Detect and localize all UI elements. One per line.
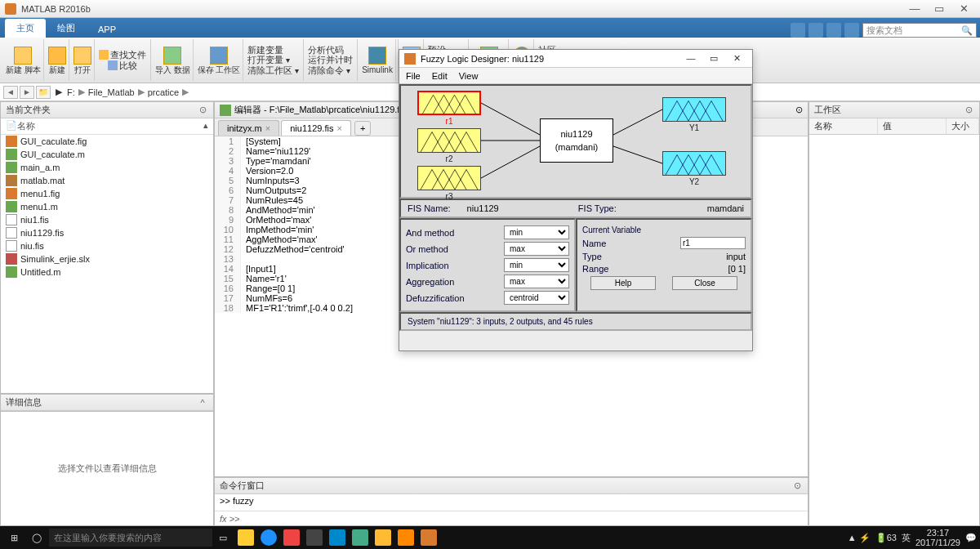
editor-icon — [220, 105, 231, 116]
app-icon[interactable] — [375, 529, 391, 546]
edge-icon[interactable] — [261, 529, 277, 546]
qat-icon[interactable] — [791, 23, 805, 38]
help-button[interactable]: Help — [590, 276, 656, 290]
editor-tab[interactable]: niu1129.fis× — [281, 120, 351, 136]
svg-line-2 — [481, 146, 540, 178]
fuzzy-menubar: File Edit View — [399, 68, 752, 84]
file-row[interactable]: niu1.fis — [1, 213, 213, 226]
app-icon[interactable] — [398, 529, 414, 546]
close-button[interactable]: ✕ — [726, 53, 747, 64]
battery-status[interactable]: 🔋63 — [875, 533, 897, 543]
svg-line-0 — [481, 103, 540, 135]
btn-open[interactable]: 打开 — [71, 39, 95, 81]
qat-icon[interactable] — [808, 23, 823, 38]
app-icon[interactable] — [352, 529, 368, 546]
close-icon[interactable]: × — [265, 123, 270, 133]
btn-save-ws[interactable]: 保存 工作区 — [195, 39, 244, 81]
doc-search-input[interactable]: 搜索文档🔍 — [862, 23, 977, 38]
fis-info-bar: FIS Name:niu1129 FIS Type:mamdani — [399, 199, 752, 218]
qat-icon[interactable] — [844, 23, 859, 38]
nav-up-icon[interactable]: 📁 — [36, 86, 51, 99]
task-view-icon[interactable]: ▭ — [212, 529, 234, 547]
close-button[interactable]: ✕ — [952, 2, 975, 16]
app-icon[interactable] — [306, 529, 323, 546]
file-row[interactable]: matlab.mat — [1, 174, 213, 187]
fis-system-block[interactable]: niu1129 (mamdani) — [540, 118, 613, 163]
app-icon[interactable] — [283, 529, 300, 546]
clock-time[interactable]: 23:17 — [915, 528, 960, 538]
details-placeholder: 选择文件以查看详细信息 — [1, 411, 213, 525]
breadcrumb[interactable]: ▶ F:▶ File_Matlab▶ prcatice▶ — [54, 86, 189, 98]
file-row[interactable]: Simulink_erjie.slx — [1, 252, 213, 266]
file-row[interactable]: Untitled.m — [1, 266, 213, 279]
file-row[interactable]: niu1129.fis — [1, 226, 213, 239]
btn-new-script[interactable]: 新建 脚本 — [3, 39, 44, 81]
fuzzy-titlebar[interactable]: Fuzzy Logic Designer: niu1129 — ▭ ✕ — [399, 50, 752, 68]
aggregation-select[interactable]: max — [504, 274, 569, 288]
close-button[interactable]: Close — [672, 276, 737, 290]
nav-fwd-icon[interactable]: ► — [20, 86, 34, 99]
btn-simulink[interactable]: Simulink — [359, 39, 396, 81]
svg-line-3 — [613, 109, 662, 135]
clock-date[interactable]: 2017/11/29 — [915, 538, 960, 547]
taskbar-search[interactable]: 在这里输入你要搜索的内容 — [49, 529, 212, 547]
explorer-icon[interactable] — [238, 529, 254, 546]
workspace-columns: 名称 值 大小 — [809, 118, 979, 135]
fis-methods-panel: And methodmin Or methodmax Implicationmi… — [399, 218, 576, 312]
tab-apps[interactable]: APP — [87, 21, 127, 38]
close-icon[interactable]: × — [336, 123, 341, 133]
input-block-r1[interactable] — [417, 91, 481, 115]
panel-menu-icon[interactable]: ⊙ — [197, 105, 208, 115]
workspace-body[interactable] — [809, 135, 979, 525]
menu-view[interactable]: View — [459, 71, 479, 81]
current-folder-header: 当前文件夹⊙ — [1, 102, 213, 118]
qat-icon[interactable] — [826, 23, 841, 38]
windows-taskbar[interactable]: ⊞ ◯ 在这里输入你要搜索的内容 ▭ ▲ ⚡ 🔋63 英 23:17 2017/… — [0, 526, 980, 549]
output-block-y1[interactable] — [662, 97, 726, 122]
file-row[interactable]: GUI_caculate.fig — [1, 135, 213, 148]
notification-icon[interactable]: 💬 — [965, 533, 977, 543]
matlab-taskbar-icon[interactable] — [421, 529, 437, 546]
app-titlebar: MATLAB R2016b — ▭ ✕ — [0, 0, 980, 18]
menu-edit[interactable]: Edit — [432, 71, 448, 81]
fuzzy-diagram[interactable]: r1 r2 r3 niu1129 (mamdani) Y1 Y2 — [399, 84, 752, 199]
maximize-button[interactable]: ▭ — [928, 2, 951, 16]
file-row[interactable]: GUI_caculate.m — [1, 148, 213, 161]
tab-plots[interactable]: 绘图 — [46, 19, 87, 38]
fuzzy-designer-window: Fuzzy Logic Designer: niu1129 — ▭ ✕ File… — [399, 49, 753, 351]
output-block-y2[interactable] — [662, 151, 726, 176]
menu-file[interactable]: File — [406, 71, 421, 81]
file-row[interactable]: niu.fis — [1, 239, 213, 252]
command-window-header: 命令行窗口⊙ — [215, 478, 808, 494]
file-row[interactable]: main_a.m — [1, 161, 213, 174]
ime-icon[interactable]: 英 — [902, 532, 911, 544]
command-window[interactable]: >> fuzzy — [215, 494, 808, 511]
fuzzy-title: Fuzzy Logic Designer: niu1129 — [421, 54, 544, 64]
fuzzy-status: System "niu1129": 3 inputs, 2 outputs, a… — [399, 312, 752, 331]
input-block-r3[interactable] — [417, 166, 481, 190]
minimize-button[interactable]: — — [680, 53, 702, 64]
app-icon[interactable] — [329, 529, 345, 546]
implication-select[interactable]: min — [504, 258, 569, 272]
nav-back-icon[interactable]: ◄ — [3, 86, 18, 99]
svg-line-4 — [613, 146, 662, 163]
cortana-icon[interactable]: ◯ — [26, 529, 47, 547]
var-name-field[interactable]: r1 — [680, 237, 746, 249]
minimize-button[interactable]: — — [903, 2, 926, 16]
defuzz-select[interactable]: centroid — [504, 291, 569, 305]
start-button[interactable]: ⊞ — [3, 529, 24, 547]
editor-tab[interactable]: initzyx.m× — [218, 120, 279, 136]
new-tab-button[interactable]: + — [354, 121, 371, 136]
or-method-select[interactable]: max — [504, 242, 569, 256]
maximize-button[interactable]: ▭ — [703, 53, 724, 64]
file-row[interactable]: menu1.m — [1, 200, 213, 213]
tray-icons[interactable]: ▲ ⚡ — [848, 533, 871, 543]
file-list[interactable]: 📄 名称▴ GUI_caculate.figGUI_caculate.mmain… — [1, 118, 213, 393]
file-row[interactable]: menu1.fig — [1, 187, 213, 200]
matlab-logo-icon — [404, 53, 416, 65]
btn-import[interactable]: 导入 数据 — [153, 39, 194, 81]
and-method-select[interactable]: min — [504, 225, 569, 239]
input-block-r2[interactable] — [417, 128, 481, 153]
tab-home[interactable]: 主页 — [5, 19, 46, 38]
btn-new[interactable]: 新建 — [46, 39, 69, 81]
